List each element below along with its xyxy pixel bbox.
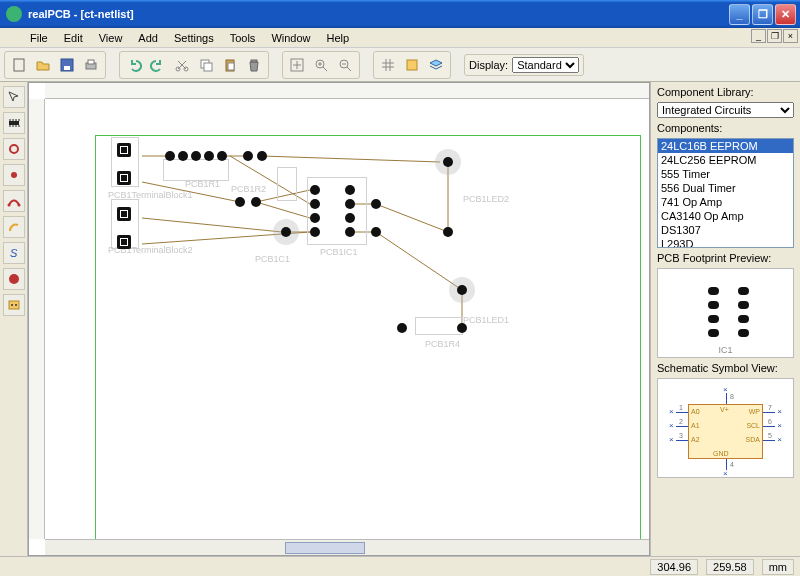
list-item[interactable]: DS1307 [658, 223, 793, 237]
pad[interactable] [310, 227, 320, 237]
place-fill-tool[interactable] [3, 268, 25, 290]
zoom-out-button[interactable] [334, 54, 356, 76]
place-via-tool[interactable] [3, 164, 25, 186]
pad[interactable] [345, 213, 355, 223]
grid-button[interactable] [377, 54, 399, 76]
zoom-in-button[interactable] [310, 54, 332, 76]
pad[interactable] [251, 197, 261, 207]
place-pad-tool[interactable] [3, 138, 25, 160]
menu-file[interactable]: File [22, 30, 56, 46]
pad[interactable] [345, 227, 355, 237]
zoom-fit-button[interactable] [286, 54, 308, 76]
menu-view[interactable]: View [91, 30, 131, 46]
board-wizard-tool[interactable] [3, 294, 25, 316]
open-button[interactable] [32, 54, 54, 76]
design-canvas[interactable]: PCB1R1PCB1TerminalBlock1PCB1R2PCB1Termin… [45, 99, 649, 539]
svg-rect-4 [88, 60, 94, 64]
terminal-pad[interactable] [117, 207, 131, 221]
new-button[interactable] [8, 54, 30, 76]
pad[interactable] [235, 197, 245, 207]
scrollbar-horizontal-thumb[interactable] [285, 542, 365, 554]
terminal-pad[interactable] [117, 143, 131, 157]
terminal-pad[interactable] [117, 171, 131, 185]
undo-button[interactable] [123, 54, 145, 76]
pad[interactable] [443, 227, 453, 237]
list-item[interactable]: 555 Timer [658, 167, 793, 181]
component-label: PCB1TerminalBlock1 [108, 190, 193, 200]
copy-button[interactable] [195, 54, 217, 76]
svg-rect-15 [407, 60, 417, 70]
route-track-tool[interactable] [3, 190, 25, 212]
place-component-tool[interactable] [3, 112, 25, 134]
place-text-tool[interactable]: S [3, 242, 25, 264]
pad[interactable] [457, 285, 467, 295]
list-item[interactable]: L293D [658, 237, 793, 248]
pad[interactable] [443, 157, 453, 167]
redo-button[interactable] [147, 54, 169, 76]
minimize-button[interactable]: _ [729, 4, 750, 25]
pad[interactable] [310, 185, 320, 195]
pad[interactable] [457, 323, 467, 333]
delete-button[interactable] [243, 54, 265, 76]
component-outline[interactable] [415, 317, 463, 335]
menu-add[interactable]: Add [130, 30, 166, 46]
layers-button[interactable] [425, 54, 447, 76]
list-item[interactable]: 556 Dual Timer [658, 181, 793, 195]
pad[interactable] [310, 199, 320, 209]
pad[interactable] [165, 151, 175, 161]
svg-point-18 [11, 172, 17, 178]
pad[interactable] [257, 151, 267, 161]
menu-tools[interactable]: Tools [222, 30, 264, 46]
design-canvas-area: PCB1R1PCB1TerminalBlock1PCB1R2PCB1Termin… [28, 82, 650, 556]
snap-button[interactable] [401, 54, 423, 76]
list-item[interactable]: 741 Op Amp [658, 195, 793, 209]
mdi-minimize-button[interactable]: _ [751, 29, 766, 43]
maximize-button[interactable]: ❐ [752, 4, 773, 25]
cut-button[interactable] [171, 54, 193, 76]
svg-point-24 [11, 304, 13, 306]
component-label: PCB1LED2 [463, 194, 509, 204]
display-mode: Display: Standard [464, 54, 584, 76]
component-label: PCB1R4 [425, 339, 460, 349]
component-outline[interactable] [163, 159, 229, 181]
display-select[interactable]: Standard [512, 57, 579, 73]
place-arc-tool[interactable] [3, 216, 25, 238]
pad[interactable] [345, 185, 355, 195]
save-button[interactable] [56, 54, 78, 76]
component-outline[interactable] [277, 167, 297, 201]
status-bar: 304.96 259.58 mm [0, 556, 800, 576]
menu-window[interactable]: Window [263, 30, 318, 46]
footprint-caption: IC1 [718, 345, 732, 355]
component-label: PCB1R1 [185, 179, 220, 189]
terminal-pad[interactable] [117, 235, 131, 249]
menu-edit[interactable]: Edit [56, 30, 91, 46]
menu-help[interactable]: Help [319, 30, 358, 46]
pad[interactable] [178, 151, 188, 161]
mdi-restore-button[interactable]: ❐ [767, 29, 782, 43]
pad[interactable] [217, 151, 227, 161]
close-button[interactable]: ✕ [775, 4, 796, 25]
pad[interactable] [345, 199, 355, 209]
library-select[interactable]: Integrated Circuits [657, 102, 794, 118]
pad[interactable] [243, 151, 253, 161]
pad[interactable] [204, 151, 214, 161]
list-item[interactable]: CA3140 Op Amp [658, 209, 793, 223]
list-item[interactable]: 24LC256 EEPROM [658, 153, 793, 167]
mdi-close-button[interactable]: × [783, 29, 798, 43]
list-item[interactable]: 24LC16B EEPROM [658, 139, 793, 153]
pad[interactable] [310, 213, 320, 223]
paste-button[interactable] [219, 54, 241, 76]
components-label: Components: [657, 122, 794, 134]
menu-settings[interactable]: Settings [166, 30, 222, 46]
pad[interactable] [371, 227, 381, 237]
print-button[interactable] [80, 54, 102, 76]
status-coord-y: 259.58 [706, 559, 754, 575]
svg-point-17 [10, 145, 18, 153]
pad[interactable] [397, 323, 407, 333]
pad[interactable] [191, 151, 201, 161]
scrollbar-horizontal[interactable] [45, 539, 649, 555]
components-listbox[interactable]: 24LC16B EEPROM24LC256 EEPROM555 Timer556… [657, 138, 794, 248]
select-tool[interactable] [3, 86, 25, 108]
pad[interactable] [371, 199, 381, 209]
pad[interactable] [281, 227, 291, 237]
